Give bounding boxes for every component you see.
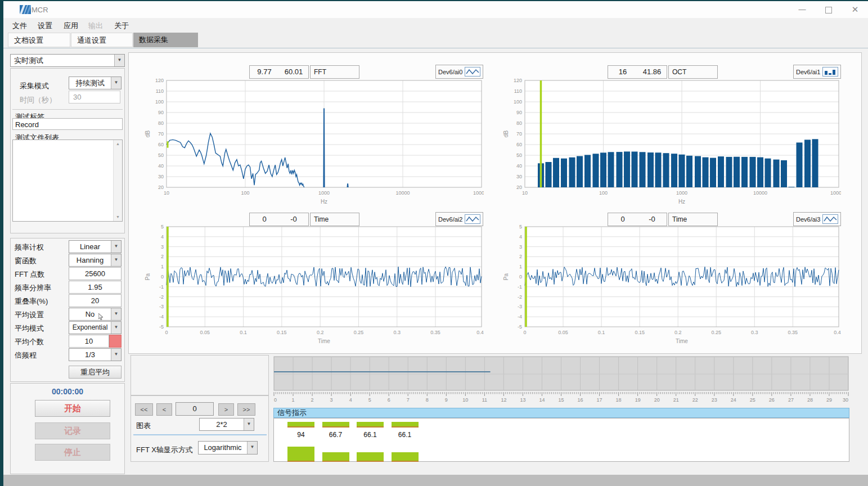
test-mode-value: 实时测试 [11,55,114,66]
capture-mode-select[interactable]: 持续测试 ▼ [69,76,122,89]
svg-text:90: 90 [516,110,522,115]
svg-text:-4: -4 [518,314,522,320]
test-file-list[interactable]: ▲ ▼ [12,140,123,222]
fft-chart-name: FFT [310,65,359,79]
svg-text:19: 19 [635,397,641,403]
fft-plot[interactable]: 2030405060708090100110120101001000100001… [142,78,484,208]
oct-plot[interactable]: 2030405060708090100110120101001000100001… [500,78,841,208]
title-bar: MCR — ✕ [3,1,868,18]
svg-text:24: 24 [731,397,736,403]
weighting-value: Linear [69,241,111,253]
nav-prev-button[interactable]: < [156,403,172,416]
fft-device-button[interactable]: Dev6/ai0 [435,65,483,79]
svg-text:13: 13 [520,397,525,403]
avg-setting-select[interactable]: No ▼ [69,308,122,321]
test-tag-input[interactable]: Record [12,118,123,130]
fft-device-label: Dev6/ai0 [438,69,462,75]
chevron-down-icon[interactable]: ▼ [247,442,257,454]
chevron-down-icon[interactable]: ▼ [244,418,254,430]
scrollbar[interactable]: ▲ ▼ [113,140,122,221]
svg-text:23: 23 [712,397,717,403]
scroll-down-icon[interactable]: ▼ [114,213,122,221]
avg-mode-select[interactable]: Exponential ▼ [69,321,122,334]
svg-text:100: 100 [599,190,608,196]
grid-layout-select[interactable]: 2*2 ▼ [199,418,254,431]
time2-plot[interactable]: -5-4-3-2-101234500.050.10.150.20.250.30.… [142,224,484,347]
svg-text:40: 40 [158,163,164,169]
nav-first-button[interactable]: << [135,403,153,416]
app-window: MCR — ✕ 文件 设置 应用 输出 关于 文档设置 通道设置 数据采集 实时… [3,1,868,475]
chevron-down-icon[interactable]: ▼ [111,349,121,361]
scroll-up-icon[interactable]: ▲ [114,140,122,148]
svg-text:17: 17 [597,397,602,403]
tab-document-settings[interactable]: 文档设置 [8,33,70,47]
svg-text:80: 80 [158,120,164,126]
menu-about[interactable]: 关于 [112,21,131,30]
weighting-select[interactable]: Linear ▼ [69,240,122,253]
start-button[interactable]: 开始 [35,400,110,417]
chevron-down-icon[interactable]: ▼ [111,241,121,253]
freq-resolution-input[interactable]: 1.95 [69,281,122,294]
time3-plot[interactable]: -5-4-3-2-101234500.050.10.150.20.250.30.… [500,224,841,347]
signal-meter: 94 [287,418,314,462]
menu-apply[interactable]: 应用 [61,21,80,30]
svg-text:-5: -5 [518,324,522,330]
tab-data-acquisition[interactable]: 数据采集 [133,33,198,47]
svg-text:25: 25 [750,397,755,403]
chevron-down-icon[interactable]: ▼ [111,308,121,320]
fft-xaxis-select[interactable]: Logarithmic ▼ [198,441,258,454]
avg-count-input[interactable]: 10 [69,335,109,348]
close-button[interactable]: ✕ [847,3,863,16]
chevron-down-icon[interactable]: ▼ [111,254,121,266]
svg-text:dB: dB [503,130,509,138]
svg-text:26: 26 [769,397,775,403]
svg-text:27: 27 [788,397,794,403]
nav-next-button[interactable]: > [218,403,234,416]
maximize-button[interactable] [820,3,837,16]
chevron-down-icon[interactable]: ▼ [114,55,124,66]
duration-input: 30 [69,91,120,104]
fft-cursor-readout: 9.77 60.01 [249,65,309,79]
grid-layout-label: 图表 [136,421,151,431]
time3-cursor-y: -0 [637,213,667,226]
menu-file[interactable]: 文件 [10,21,29,30]
time2-cursor-x: 0 [250,213,279,226]
chevron-down-icon[interactable]: ▼ [111,77,121,89]
svg-text:0.2: 0.2 [674,330,682,335]
svg-text:-3: -3 [159,304,164,309]
minimize-button[interactable]: — [794,3,811,16]
signal-meter: 66.7 [322,418,349,462]
test-mode-select[interactable]: 实时测试 ▼ [10,54,125,67]
svg-text:-2: -2 [159,294,164,300]
line-chart-icon [465,214,480,224]
chevron-down-icon[interactable]: ▼ [111,322,121,334]
spare-panel [131,355,269,395]
tab-channel-settings[interactable]: 通道设置 [71,33,133,47]
octave-select[interactable]: 1/3 ▼ [69,348,122,361]
signal-level-bar [322,452,349,462]
window-fn-select[interactable]: Hanning ▼ [69,254,122,267]
param-avgset-label: 平均设置 [15,310,44,320]
record-timeline[interactable]: 0123456789101112131415161718192021222324… [273,356,849,403]
restart-avg-button[interactable]: 重启平均 [69,366,122,379]
svg-text:120: 120 [155,78,164,83]
svg-text:30: 30 [843,397,848,403]
octave-value: 1/3 [69,349,111,361]
signal-peak-bar [287,422,314,428]
signal-level-bar [392,452,419,462]
svg-text:0.15: 0.15 [277,330,287,335]
menu-settings[interactable]: 设置 [35,21,55,30]
param-avgmode-label: 平均模式 [15,323,44,334]
svg-text:0: 0 [523,330,526,335]
svg-text:80: 80 [516,120,522,126]
svg-text:50: 50 [516,152,522,158]
svg-text:50: 50 [158,152,164,158]
fft-points-input[interactable]: 25600 [69,267,122,280]
fft-cursor-y: 60.01 [279,66,308,78]
overlap-input[interactable]: 20 [69,294,122,307]
svg-text:2: 2 [519,254,522,259]
nav-last-button[interactable]: >> [237,403,255,416]
oct-device-button[interactable]: Dev6/ai1 [793,65,841,79]
svg-text:3: 3 [519,244,522,250]
svg-text:9: 9 [445,397,448,403]
